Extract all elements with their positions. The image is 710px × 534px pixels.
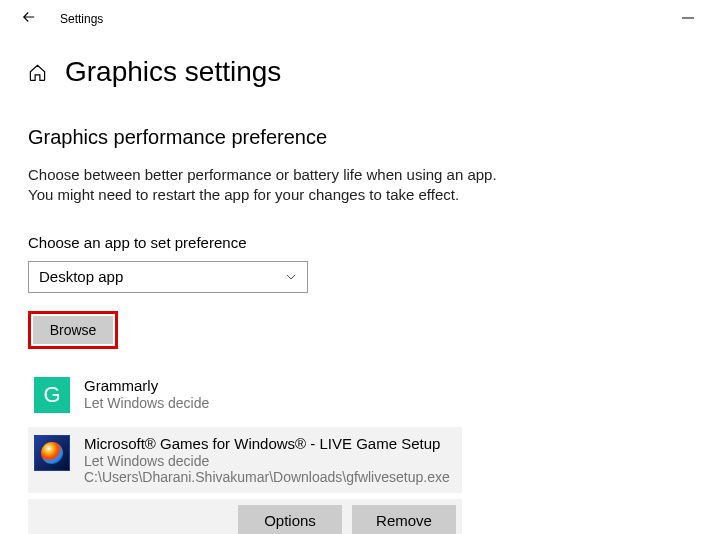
home-icon[interactable]	[28, 63, 47, 82]
titlebar-left: Settings	[20, 8, 103, 31]
description: Choose between better performance or bat…	[28, 165, 682, 206]
select-value: Desktop app	[39, 268, 123, 285]
content-area: Graphics settings Graphics performance p…	[0, 38, 710, 534]
page-title: Graphics settings	[65, 56, 281, 88]
section-title: Graphics performance preference	[28, 126, 682, 149]
back-arrow-icon[interactable]	[20, 8, 38, 31]
options-button[interactable]: Options	[238, 505, 342, 535]
games-for-windows-icon	[34, 435, 70, 471]
browse-highlight: Browse	[28, 311, 118, 349]
app-name: Microsoft® Games for Windows® - LIVE Gam…	[84, 435, 456, 452]
windows-orb-icon	[41, 442, 63, 464]
app-type-select[interactable]: Desktop app	[28, 261, 308, 293]
app-path: C:\Users\Dharani.Shivakumar\Downloads\gf…	[84, 469, 456, 485]
page-header: Graphics settings	[28, 56, 682, 88]
chevron-down-icon	[285, 271, 297, 283]
app-info: Microsoft® Games for Windows® - LIVE Gam…	[84, 435, 456, 485]
app-preference: Let Windows decide	[84, 395, 676, 411]
description-line2: You might need to restart the app for yo…	[28, 186, 459, 203]
titlebar: Settings	[0, 0, 710, 38]
choose-app-label: Choose an app to set preference	[28, 234, 682, 251]
minimize-icon[interactable]	[682, 10, 694, 28]
app-name: Grammarly	[84, 377, 676, 394]
browse-button[interactable]: Browse	[33, 316, 113, 344]
selected-app-block: Microsoft® Games for Windows® - LIVE Gam…	[28, 427, 462, 535]
action-row: Options Remove	[28, 499, 462, 535]
browse-label: Browse	[50, 322, 97, 338]
app-row-games[interactable]: Microsoft® Games for Windows® - LIVE Gam…	[28, 427, 462, 493]
description-line1: Choose between better performance or bat…	[28, 166, 497, 183]
remove-button[interactable]: Remove	[352, 505, 456, 535]
app-preference: Let Windows decide	[84, 453, 456, 469]
window-title: Settings	[60, 12, 103, 26]
grammarly-icon: G	[34, 377, 70, 413]
app-info: Grammarly Let Windows decide	[84, 377, 676, 411]
app-row-grammarly[interactable]: G Grammarly Let Windows decide	[28, 369, 682, 421]
